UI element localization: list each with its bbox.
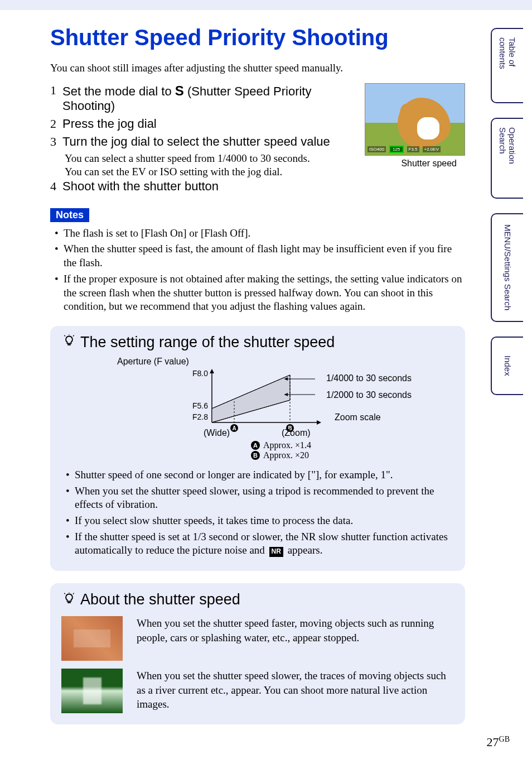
step-number: 1 (50, 83, 57, 113)
step-number: 2 (50, 117, 57, 131)
svg-line-1 (64, 335, 65, 337)
shutter-range-chart: Aperture (F value) (61, 357, 454, 463)
chart-ylabel: Aperture (F value) (117, 357, 189, 367)
svg-rect-3 (67, 344, 71, 345)
legend-b-text: Approx. ×20 (263, 450, 309, 460)
top-accent-band (0, 0, 532, 10)
chart-range-upper: 1/4000 to 30 seconds (326, 373, 412, 383)
chart-xzoom-label: (Zoom) (282, 428, 311, 438)
photo-shutter-value: 125 (389, 146, 403, 153)
legend-b-icon: B (251, 451, 260, 460)
chart-ytick: F8.0 (192, 369, 208, 378)
mode-s-icon: S (175, 83, 184, 98)
example-photo-column: ISO400 125 F3.5 +2.0EV Shutter speed (365, 83, 465, 169)
chart-zoom-scale-label: Zoom scale (335, 412, 381, 422)
chart-legend: AApprox. ×1.4 BApprox. ×20 (251, 440, 311, 460)
note-item: When the shutter speed is fast, the amou… (55, 242, 465, 270)
tip-item: If you select slow shutter speeds, it ta… (66, 514, 454, 528)
tab-operation-search[interactable]: Operation Search (491, 118, 523, 199)
example-photo: ISO400 125 F3.5 +2.0EV (365, 83, 465, 156)
page-title: Shutter Speed Priority Shooting (50, 25, 465, 50)
about-row-fast: When you set the shutter speed faster, m… (61, 616, 454, 661)
tip1-list: Shutter speed of one second or longer ar… (66, 468, 454, 558)
notes-list: The flash is set to [Flash On] or [Flash… (55, 227, 465, 314)
svg-marker-8 (212, 375, 290, 422)
svg-rect-24 (67, 602, 71, 603)
intro-text: You can shoot still images after adjusti… (50, 61, 465, 75)
tab-table-of-contents[interactable]: Table of contents (491, 28, 523, 103)
svg-line-2 (73, 335, 74, 337)
svg-marker-6 (210, 369, 214, 373)
photo-caption: Shutter speed (365, 158, 465, 169)
tip-heading-text: About the shutter speed (80, 591, 240, 608)
legend-a-text: Approx. ×1.4 (263, 440, 311, 450)
photo-iso: ISO400 (367, 146, 386, 152)
step-text: Set the mode dial to S (Shutter Speed Pr… (62, 83, 354, 113)
step-number: 3 (50, 134, 57, 149)
step-3-sub2: You can set the EV or ISO setting with t… (65, 166, 354, 178)
step-3: 3 Turn the jog dial to select the shutte… (50, 134, 354, 149)
step-number: 4 (50, 179, 57, 194)
steps: 1 Set the mode dial to S (Shutter Speed … (50, 83, 354, 194)
tip-heading: About the shutter speed (61, 591, 454, 608)
notes-badge: Notes (50, 208, 89, 222)
tab-menu-settings-search[interactable]: MENU/Settings Search (491, 213, 523, 322)
step-3-sub1: You can select a shutter speed from 1/40… (65, 152, 354, 165)
about-text-fast: When you set the shutter speed faster, m… (137, 616, 454, 645)
tip-item: If the shutter speed is set at 1/3 secon… (66, 530, 454, 558)
chart-range-lower: 1/2000 to 30 seconds (326, 390, 412, 400)
svg-line-23 (73, 593, 74, 594)
thumb-slow-shutter (61, 669, 123, 713)
svg-marker-7 (317, 420, 321, 425)
note-item: The flash is set to [Flash On] or [Flash… (55, 227, 465, 241)
lightbulb-icon (61, 334, 77, 350)
about-text-slow: When you set the shutter speed slower, t… (137, 669, 454, 712)
chart-ytick: F5.6 (192, 401, 208, 410)
step-4: 4 Shoot with the shutter button (50, 179, 354, 194)
tip-item: When you set the shutter speed slower, u… (66, 484, 454, 512)
chart-svg: A B (190, 367, 323, 434)
content-area: Shutter Speed Priority Shooting You can … (11, 11, 465, 724)
photo-f-value: F3.5 (407, 146, 419, 152)
thumb-fast-shutter (61, 616, 123, 661)
side-tabs: Table of contents Operation Search MENU/… (491, 28, 523, 395)
step-text: Turn the jog dial to select the shutter … (62, 134, 330, 149)
svg-text:A: A (232, 425, 236, 431)
page-number: 27GB (487, 735, 510, 749)
step-text: Shoot with the shutter button (62, 179, 219, 194)
step-2: 2 Press the jog dial (50, 117, 354, 131)
page: Table of contents Operation Search MENU/… (0, 0, 532, 764)
chart-ytick: F2.8 (192, 412, 208, 421)
tip-heading-text: The setting range of the shutter speed (80, 334, 335, 351)
tip-item: Shutter speed of one second or longer ar… (66, 468, 454, 482)
about-row-slow: When you set the shutter speed slower, t… (61, 669, 454, 713)
chart-xwide-label: (Wide) (204, 428, 230, 438)
tab-index[interactable]: Index (491, 337, 523, 395)
lightbulb-icon (61, 592, 77, 608)
photo-status-bar: ISO400 125 F3.5 +2.0EV (367, 146, 462, 153)
tip-box-about-shutter: About the shutter speed When you set the… (50, 583, 465, 724)
svg-line-22 (64, 593, 65, 594)
step-text: Press the jog dial (62, 117, 157, 131)
tip-heading: The setting range of the shutter speed (61, 334, 454, 351)
legend-a-icon: A (251, 441, 260, 450)
note-item: If the proper exposure is not obtained a… (55, 272, 465, 314)
nr-badge-icon: NR (269, 547, 283, 557)
step-1: 1 Set the mode dial to S (Shutter Speed … (50, 83, 354, 113)
tip-box-setting-range: The setting range of the shutter speed A… (50, 326, 465, 571)
photo-subject-dog (398, 98, 451, 148)
photo-ev-value: +2.0EV (423, 146, 441, 152)
